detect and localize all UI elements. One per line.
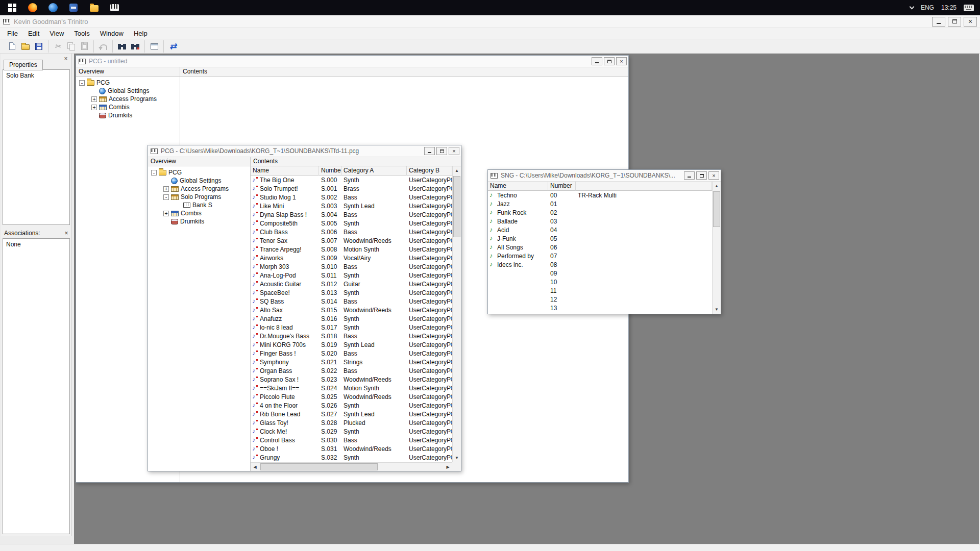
find-button[interactable]: [115, 40, 129, 53]
window-titlebar[interactable]: PCG - C:\Users\Mike\Downloads\KORG_T~1\S…: [148, 145, 461, 157]
table-row[interactable]: 10: [488, 278, 712, 286]
tray-chevron-icon[interactable]: [910, 5, 915, 10]
tree-item[interactable]: + Combis: [148, 209, 250, 217]
minimize-button[interactable]: [424, 147, 435, 155]
file-explorer-icon[interactable]: [88, 2, 100, 14]
paste-button[interactable]: [78, 40, 91, 53]
firefox-icon[interactable]: [27, 2, 39, 14]
tree-item[interactable]: + Access Programs: [148, 185, 250, 193]
cut-button[interactable]: [51, 40, 64, 53]
table-row[interactable]: Jazz 01: [488, 199, 712, 208]
table-row[interactable]: All Songs 06: [488, 243, 712, 252]
column-header-name[interactable]: Name: [251, 166, 319, 176]
table-row[interactable]: Club Bass S.006 Bass UserCategoryP0: [251, 228, 452, 236]
minimize-button[interactable]: [592, 57, 602, 65]
table-row[interactable]: 12: [488, 295, 712, 304]
maximize-button[interactable]: [948, 17, 961, 27]
scroll-up-icon[interactable]: [713, 182, 721, 190]
tree-item[interactable]: Bank S: [148, 201, 250, 209]
table-row[interactable]: Glass Toy! S.028 Plucked UserCategoryP0: [251, 418, 452, 427]
horizontal-scrollbar[interactable]: [251, 462, 452, 471]
window-titlebar[interactable]: PCG - untitled: [76, 56, 628, 67]
minimize-button[interactable]: [932, 17, 945, 27]
close-button[interactable]: [964, 17, 977, 27]
table-row[interactable]: lo-nic 8 lead S.017 Synth UserCategoryP0: [251, 323, 452, 332]
table-row[interactable]: Grungy S.032 Synth UserCategoryP0: [251, 453, 452, 462]
column-header-number[interactable]: Number: [548, 182, 576, 191]
maximize-button[interactable]: [696, 171, 707, 180]
maximize-button[interactable]: [604, 57, 615, 65]
clock[interactable]: 13:25: [941, 4, 957, 11]
close-button[interactable]: [708, 171, 719, 180]
table-row[interactable]: Dyna Slap Bass ! S.004 Bass UserCategory…: [251, 210, 452, 219]
table-row[interactable]: Rib Bone Lead S.027 Synth Lead UserCateg…: [251, 410, 452, 418]
table-row[interactable]: Studio Mog 1 S.002 Bass UserCategoryP0: [251, 193, 452, 202]
menu-item[interactable]: Help: [129, 28, 153, 39]
app-icon[interactable]: [67, 2, 80, 14]
tab-properties[interactable]: Properties: [4, 60, 43, 70]
table-row[interactable]: 11: [488, 286, 712, 295]
expand-toggle-icon[interactable]: -: [151, 170, 157, 176]
table-row[interactable]: Soprano Sax ! S.023 Woodwind/Reeds UserC…: [251, 375, 452, 384]
expand-toggle-icon[interactable]: +: [91, 105, 97, 110]
scroll-right-icon[interactable]: [444, 463, 452, 471]
undo-button[interactable]: [96, 40, 110, 53]
scroll-up-icon[interactable]: [453, 166, 461, 175]
table-row[interactable]: 13: [488, 304, 712, 312]
table-row[interactable]: Finger Bass ! S.020 Bass UserCategoryP0: [251, 349, 452, 358]
tree-item[interactable]: + Access Programs: [76, 95, 180, 103]
close-properties-panel-button[interactable]: [63, 55, 69, 61]
close-button[interactable]: [449, 147, 459, 155]
close-button[interactable]: [616, 57, 627, 65]
thunderbird-icon[interactable]: [47, 2, 59, 14]
tree-item[interactable]: + Combis: [76, 103, 180, 111]
menu-item[interactable]: Window: [95, 28, 129, 39]
scroll-left-icon[interactable]: [251, 463, 259, 471]
table-row[interactable]: Ana-Log-Pod S.011 Synth UserCategoryP0: [251, 271, 452, 280]
start-icon[interactable]: [6, 2, 18, 14]
menu-item[interactable]: Edit: [23, 28, 44, 39]
menu-item[interactable]: View: [44, 28, 69, 39]
table-row[interactable]: J-Funk 05: [488, 234, 712, 243]
language-indicator[interactable]: ENG: [921, 4, 934, 11]
table-row[interactable]: Ballade 03: [488, 217, 712, 226]
menu-item[interactable]: Tools: [69, 28, 94, 39]
expand-toggle-icon[interactable]: -: [79, 80, 85, 86]
vertical-scrollbar[interactable]: [452, 166, 461, 462]
close-associations-button[interactable]: [63, 230, 69, 236]
keyboard-icon[interactable]: [964, 5, 974, 11]
expand-toggle-icon[interactable]: -: [163, 194, 169, 200]
save-button[interactable]: [32, 40, 45, 53]
window-titlebar[interactable]: SNG - C:\Users\Mike\Downloads\KORG_T~1\S…: [488, 170, 721, 182]
main-titlebar[interactable]: Kevin Goodman's Trinitro: [0, 15, 980, 28]
scroll-thumb[interactable]: [453, 176, 460, 237]
tree-item[interactable]: - PCG: [148, 168, 250, 177]
table-row[interactable]: Solo Trumpet! S.001 Brass UserCategoryP0: [251, 184, 452, 193]
table-row[interactable]: Organ Bass S.022 Bass UserCategoryP0: [251, 366, 452, 375]
sync-button[interactable]: [166, 40, 180, 53]
expand-toggle-icon[interactable]: +: [163, 211, 169, 216]
table-row[interactable]: Symphony S.021 Strings UserCategoryP0: [251, 358, 452, 366]
column-header-category-b[interactable]: Category B: [407, 166, 452, 176]
tree-item[interactable]: - Solo Programs: [148, 193, 250, 201]
tree-item[interactable]: Global Settings: [76, 87, 180, 95]
new-button[interactable]: [6, 40, 19, 53]
table-row[interactable]: Clock Me! S.029 Synth UserCategoryP0: [251, 427, 452, 436]
table-row[interactable]: Alto Sax S.015 Woodwind/Reeds UserCatego…: [251, 306, 452, 314]
table-row[interactable]: Funk Rock 02: [488, 208, 712, 217]
trinitro-app-icon[interactable]: [108, 2, 120, 14]
copy-button[interactable]: [64, 40, 78, 53]
table-row[interactable]: SpaceBee! S.013 Synth UserCategoryP0: [251, 288, 452, 297]
table-row[interactable]: 4 on the Floor S.026 Synth UserCategoryP…: [251, 401, 452, 410]
table-row[interactable]: Dr.Mougue's Bass S.018 Bass UserCategory…: [251, 332, 452, 340]
table-row[interactable]: Acoustic Guitar S.012 Guitar UserCategor…: [251, 280, 452, 288]
maximize-button[interactable]: [436, 147, 447, 155]
table-row[interactable]: Anafuzz S.016 Synth UserCategoryP0: [251, 314, 452, 323]
scroll-down-icon[interactable]: [713, 305, 721, 314]
table-row[interactable]: The Big One S.000 Synth UserCategoryP0: [251, 176, 452, 184]
table-row[interactable]: Acid 04: [488, 226, 712, 234]
expand-toggle-icon[interactable]: +: [163, 186, 169, 192]
table-row[interactable]: SQ Bass S.014 Bass UserCategoryP0: [251, 297, 452, 306]
table-row[interactable]: ==SkiJam If== S.024 Motion Synth UserCat…: [251, 384, 452, 392]
table-row[interactable]: Techno 00 TR-Rack Multi: [488, 191, 712, 199]
